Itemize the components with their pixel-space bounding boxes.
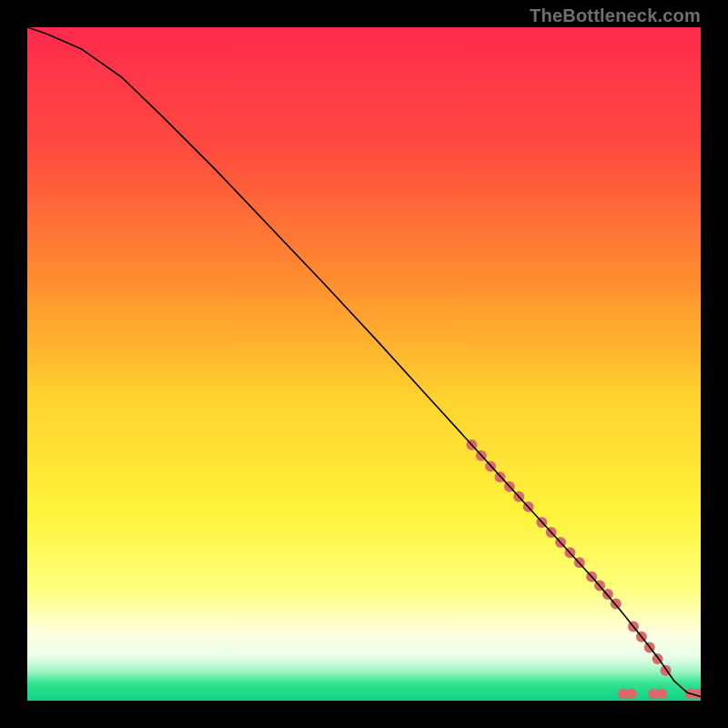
- marker-dot: [656, 689, 667, 700]
- watermark-text: TheBottleneck.com: [530, 5, 701, 26]
- marker-dot: [626, 689, 637, 700]
- chart-frame: TheBottleneck.com: [0, 0, 728, 728]
- plot-area: [27, 27, 701, 701]
- chart-background: [27, 27, 701, 701]
- chart-svg: [27, 27, 701, 701]
